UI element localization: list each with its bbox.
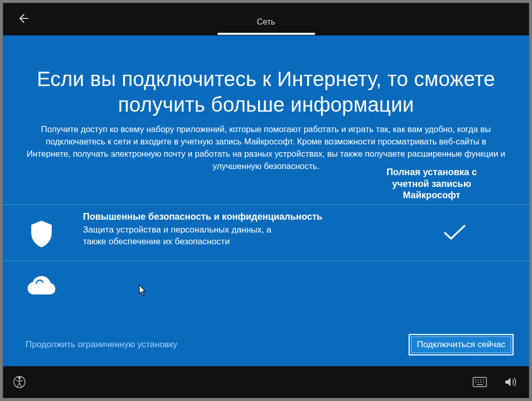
volume-icon bbox=[504, 376, 517, 388]
subtext-body: Получите доступ ко всему набору приложен… bbox=[27, 124, 505, 171]
content-area: Если вы подключитесь к Интернету, то смо… bbox=[3, 35, 529, 366]
accessibility-icon bbox=[13, 376, 26, 388]
continue-limited-link[interactable]: Продолжить ограниченную установку bbox=[26, 340, 177, 350]
back-arrow-icon bbox=[16, 11, 31, 26]
page-heading: Если вы подключитесь к Интернету, то смо… bbox=[24, 66, 508, 117]
keyboard-button[interactable] bbox=[473, 377, 487, 387]
feature-title: Повышенные безопасность и конфиденциальн… bbox=[83, 212, 360, 222]
feature-check-cell bbox=[380, 205, 529, 261]
feature-icon-cell bbox=[3, 205, 80, 261]
titlebar: Сеть bbox=[3, 3, 529, 35]
bottombar bbox=[3, 366, 529, 398]
cloud-icon bbox=[27, 276, 56, 296]
volume-button[interactable] bbox=[504, 376, 517, 388]
tab-network[interactable]: Сеть bbox=[218, 17, 315, 35]
feature-row-security: Повышенные безопасность и конфиденциальн… bbox=[3, 205, 529, 261]
feature-text-cell: Повышенные безопасность и конфиденциальн… bbox=[80, 205, 380, 261]
column-header-full-install: Полная установка с учетной записью Майкр… bbox=[370, 166, 493, 201]
accessibility-button[interactable] bbox=[13, 376, 26, 388]
oobe-window: Сеть Если вы подключитесь к Интернету, т… bbox=[3, 3, 529, 398]
connect-now-button[interactable]: Подключиться сейчас bbox=[409, 334, 514, 355]
feature-icon-cell bbox=[3, 261, 80, 307]
tab-label: Сеть bbox=[257, 17, 275, 26]
svg-rect-2 bbox=[473, 377, 486, 387]
back-button[interactable] bbox=[13, 8, 34, 29]
feature-desc: Защита устройства и персональных данных,… bbox=[83, 224, 272, 248]
footer-actions: Продолжить ограниченную установку Подклю… bbox=[3, 332, 529, 357]
feature-grid: Повышенные безопасность и конфиденциальн… bbox=[3, 204, 529, 307]
hero-section: Если вы подключитесь к Интернету, то смо… bbox=[3, 35, 529, 173]
feature-check-cell bbox=[380, 261, 529, 307]
shield-icon bbox=[29, 220, 54, 248]
system-tray bbox=[473, 376, 517, 388]
feature-text-cell bbox=[80, 261, 380, 307]
svg-point-0 bbox=[18, 377, 21, 379]
feature-row-cloud bbox=[3, 261, 529, 307]
page-subtext: Получите доступ ко всему набору приложен… bbox=[24, 123, 508, 173]
keyboard-icon bbox=[473, 377, 487, 387]
checkmark-icon bbox=[442, 223, 467, 242]
